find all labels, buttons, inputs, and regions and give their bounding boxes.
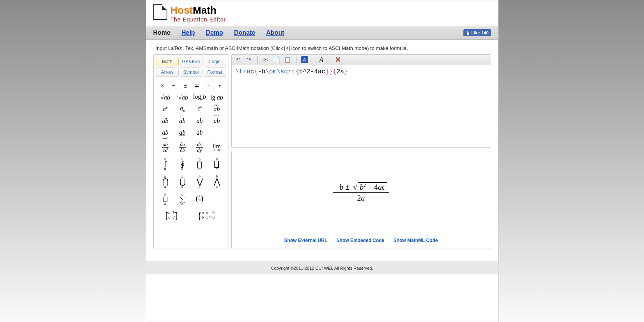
show-embed-code-link[interactable]: Show Embeded Code xyxy=(337,238,385,243)
nav-demo[interactable]: Demo xyxy=(206,29,223,36)
editor-column: ↶ ↷ ✂ 📄 📋 A A ✕ \frac{-b\pm\sqrt{b^2-4ac… xyxy=(231,54,491,249)
sym-int[interactable]: b∫a xyxy=(157,155,174,171)
palette-tab-row-2: Arrow Symbol Format xyxy=(156,68,226,77)
sym-overleft[interactable]: ab← xyxy=(174,117,191,125)
sym-sum[interactable]: b∑a xyxy=(174,190,191,206)
show-external-url-link[interactable]: Show External URL xyxy=(284,238,328,243)
latex-input[interactable]: \frac{-b\pm\sqrt{b^2-4ac}}{2a} xyxy=(232,65,491,147)
symbol-palette: Math GK&Fun Logic Arrow Symbol Format × … xyxy=(153,54,229,249)
asciimath-toggle-button[interactable]: A xyxy=(301,56,308,63)
asciimath-mode-icon: A xyxy=(284,46,290,51)
hint-pre: Input LaTeX, Tex, AMSmath or ASCIIMath n… xyxy=(156,45,285,51)
sym-prod[interactable]: b∏a xyxy=(191,155,208,171)
symbol-grid: × ÷ ± ∓ · ⋆ √ab n√ab logab lg ab ab ab c… xyxy=(156,80,226,221)
facebook-like-button[interactable]: Like 140 xyxy=(463,29,491,36)
redo-button[interactable]: ↷ xyxy=(246,56,253,63)
instruction-text: Input LaTeX, Tex, AMSmath or ASCIIMath n… xyxy=(146,40,498,54)
sym-subsup[interactable]: cba xyxy=(191,105,208,113)
editor-row: Math GK&Fun Logic Arrow Symbol Format × … xyxy=(146,54,498,254)
sym-underbrace[interactable]: ab⏝ xyxy=(157,129,174,136)
sym-bigcup[interactable]: b⋃a xyxy=(174,173,191,189)
sym-overbrace[interactable]: ab⏜ xyxy=(208,117,225,125)
logo-text: HostMath The Equation Editor xyxy=(170,4,226,23)
preview-panel: −b ± √b2 − 4ac 2a Show External URL Show… xyxy=(231,151,491,249)
nav-about[interactable]: About xyxy=(266,29,284,36)
brand-host: Host xyxy=(170,4,193,16)
sym-overline[interactable]: ab xyxy=(191,129,208,136)
sym-overright[interactable]: ab→ xyxy=(191,117,208,125)
sym-hat[interactable]: ab⌢ xyxy=(157,117,174,125)
formula-preview: −b ± √b2 − 4ac 2a xyxy=(232,151,491,234)
sym-times[interactable]: × xyxy=(157,82,168,89)
tab-gkfun[interactable]: GK&Fun xyxy=(180,57,202,66)
footer: Copyright ©2011-2012 CUI WEI. All Rights… xyxy=(146,262,498,274)
sym-div[interactable]: ÷ xyxy=(168,82,179,89)
nav-home[interactable]: Home xyxy=(153,29,170,36)
sym-bigsqcup[interactable]: b⨆a xyxy=(157,190,174,206)
sym-dfrac[interactable]: dxdy xyxy=(191,142,208,153)
palette-tab-row-1: Math GK&Fun Logic xyxy=(156,57,226,66)
clear-button[interactable]: ✕ xyxy=(335,56,342,63)
sym-sup[interactable]: ab xyxy=(157,106,174,113)
nav-help[interactable]: Help xyxy=(181,29,195,36)
sym-mp[interactable]: ∓ xyxy=(191,82,202,89)
sym-lg[interactable]: lg ab xyxy=(208,94,225,101)
sym-log[interactable]: logab xyxy=(191,93,208,101)
sym-cdot[interactable]: · xyxy=(202,82,214,89)
show-mathml-link[interactable]: Show MathML Code xyxy=(394,238,438,243)
nav-bar: Home Help Demo Donate About Like 140 xyxy=(146,26,498,40)
toolbar-separator xyxy=(330,56,330,63)
sym-bigcap[interactable]: b⋂a xyxy=(157,173,174,189)
toolbar-separator xyxy=(313,56,313,63)
sym-coprod[interactable]: b∐a xyxy=(208,155,225,171)
toolbar-separator xyxy=(257,56,258,63)
page: HostMath The Equation Editor Home Help D… xyxy=(146,0,499,322)
nav-donate[interactable]: Donate xyxy=(234,29,255,36)
hint-post: icon to switch to ASCIIMath mode) to mak… xyxy=(290,45,408,51)
tab-arrow[interactable]: Arrow xyxy=(156,68,179,77)
header: HostMath The Equation Editor xyxy=(146,0,498,26)
sym-matrix[interactable]: [a bc d] xyxy=(157,210,187,221)
preview-links: Show External URL Show Embeded Code Show… xyxy=(232,234,491,249)
fb-like-label: Like xyxy=(471,30,480,35)
paste-button[interactable]: 📋 xyxy=(284,56,291,63)
tab-format[interactable]: Format xyxy=(204,68,226,77)
sym-oint[interactable]: b∮a xyxy=(174,155,191,171)
sym-binom[interactable]: (ab) xyxy=(191,193,208,203)
undo-button[interactable]: ↶ xyxy=(235,56,242,63)
copy-button[interactable]: 📄 xyxy=(273,56,280,63)
brand-tagline: The Equation Editor xyxy=(170,16,226,23)
sym-cases[interactable]: {a x = 0b x > 0 xyxy=(186,210,225,221)
sym-sub[interactable]: ab xyxy=(174,105,191,113)
font-button[interactable]: A xyxy=(318,56,325,63)
sym-tilde[interactable]: ab~ xyxy=(208,106,225,113)
sym-bigvee[interactable]: b⋁a xyxy=(191,173,208,189)
logo-icon xyxy=(153,4,167,20)
sym-partial[interactable]: ∂a∂b xyxy=(174,142,191,153)
sym-pm[interactable]: ± xyxy=(179,82,191,89)
code-panel: ↶ ↷ ✂ 📄 📋 A A ✕ \frac{-b\pm\sqrt{b^2-4ac… xyxy=(231,54,491,148)
sym-underline[interactable]: ab xyxy=(174,129,191,136)
tab-math[interactable]: Math xyxy=(156,57,179,66)
sym-frac[interactable]: abcd xyxy=(157,142,174,153)
cut-button[interactable]: ✂ xyxy=(263,56,270,63)
editor-toolbar: ↶ ↷ ✂ 📄 📋 A A ✕ xyxy=(232,55,491,65)
sym-bigwedge[interactable]: b⋀a xyxy=(208,173,225,189)
sym-nsqrt[interactable]: n√ab xyxy=(174,94,191,101)
brand-math: Math xyxy=(193,4,216,16)
thumb-up-icon xyxy=(466,31,470,35)
sym-sqrt[interactable]: √ab xyxy=(157,94,174,101)
toolbar-separator xyxy=(296,56,296,63)
tab-symbol[interactable]: Symbol xyxy=(180,68,202,77)
fb-like-count: 140 xyxy=(481,30,488,35)
sym-lim[interactable]: lima→b xyxy=(208,143,225,152)
sym-star[interactable]: ⋆ xyxy=(214,82,225,89)
tab-logic[interactable]: Logic xyxy=(204,57,226,66)
